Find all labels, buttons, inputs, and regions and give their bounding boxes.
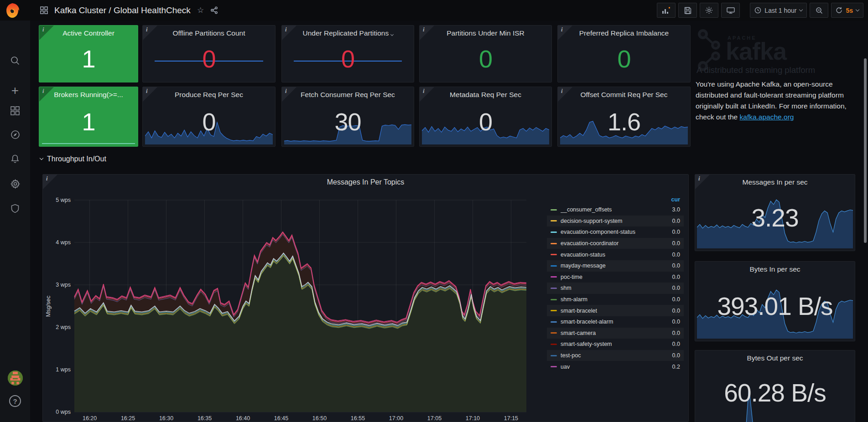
series-label[interactable]: test-poc (561, 352, 669, 359)
axis-tick-label: 16:35 (198, 415, 212, 422)
series-label[interactable]: mayday-message (561, 262, 669, 269)
panel-title[interactable]: Offline Partitions Count (156, 29, 262, 37)
series-current-value: 0.0 (672, 341, 680, 347)
search-icon[interactable] (0, 56, 30, 66)
stat-value: 3.23 (695, 187, 855, 248)
panel-info-corner[interactable] (39, 87, 54, 102)
legend-item[interactable]: poc-time0.0 (547, 272, 684, 283)
panel-menu-chevron-icon[interactable] (390, 33, 393, 36)
scrollbar-thumb[interactable] (864, 58, 867, 243)
stat-value: 0 (558, 38, 690, 79)
series-label[interactable]: smart-bracelet-alarm (561, 319, 669, 325)
panel-title[interactable]: Bytes In per sec (708, 265, 842, 273)
dashboard-grid-icon[interactable] (40, 6, 48, 14)
series-label[interactable]: evacuation-component-status (561, 229, 669, 235)
series-label[interactable]: __consumer_offsets (561, 206, 669, 213)
legend-item[interactable]: smart-bracelet0.0 (547, 305, 684, 316)
refresh-button[interactable]: 5s (831, 3, 863, 18)
panel-info-corner[interactable] (558, 26, 572, 40)
series-label[interactable]: shm (561, 285, 669, 291)
series-label[interactable]: decision-support-system (561, 218, 669, 224)
series-label[interactable]: smart-camera (561, 330, 669, 336)
stat-panel-metadata-req: i Metadata Req Per Sec 0 (419, 87, 552, 147)
alerting-bell-icon[interactable] (0, 154, 30, 164)
create-plus-icon[interactable]: + (0, 83, 30, 98)
kafka-link[interactable]: kafka.apache.org (740, 113, 794, 121)
legend-item[interactable]: __consumer_offsets3.0 (547, 204, 684, 216)
grafana-logo[interactable] (4, 2, 21, 19)
panel-title[interactable]: Metadata Req Per Sec (432, 91, 539, 99)
share-icon[interactable] (210, 6, 218, 14)
axis-tick-label: 16:25 (121, 415, 135, 422)
legend-item[interactable]: smart-bracelet-alarm0.0 (547, 316, 684, 328)
series-label[interactable]: evacuation-coordinator (561, 240, 669, 247)
panel-title[interactable]: Brokers Running(>=... (46, 91, 131, 99)
axis-tick-label: 16:30 (159, 415, 173, 422)
series-label[interactable]: evacuation-status (561, 252, 669, 258)
series-label[interactable]: poc-time (561, 274, 669, 280)
series-color-dash (551, 220, 557, 221)
panel-title[interactable]: Fetch Consumer Req Per Sec (295, 91, 401, 99)
panel-title[interactable]: Offset Commit Req Per Sec (571, 91, 677, 99)
series-current-value: 0.0 (672, 352, 680, 359)
legend-header-cur[interactable]: cur (547, 196, 684, 204)
series-label[interactable]: shm-alarm (561, 296, 669, 303)
legend-item[interactable]: shm-alarm0.0 (547, 294, 684, 305)
legend-item[interactable]: shm0.0 (547, 283, 684, 294)
legend-item[interactable]: decision-support-system0.0 (547, 216, 684, 227)
panel-title[interactable]: Preferred Replica Imbalance (571, 29, 677, 37)
legend-item[interactable]: evacuation-status0.0 (547, 249, 684, 260)
panel-title[interactable]: Messages In per sec (708, 178, 842, 186)
panel-title[interactable]: Under Replicated Partitions (295, 29, 401, 37)
panel-title[interactable]: Bytes Out per sec (708, 354, 842, 362)
add-panel-button[interactable] (657, 3, 676, 18)
time-range-picker[interactable]: Last 1 hour (750, 3, 807, 18)
legend-item[interactable]: uav0.2 (547, 361, 684, 372)
dashboard-settings-button[interactable] (700, 3, 718, 18)
zoom-out-time-button[interactable] (810, 3, 828, 18)
series-current-value: 0.0 (672, 319, 680, 325)
star-icon[interactable]: ☆ (197, 5, 204, 15)
explore-compass-icon[interactable] (0, 130, 30, 139)
refresh-interval-label[interactable]: 5s (846, 7, 853, 14)
legend-item[interactable]: smart-camera0.0 (547, 328, 684, 339)
legend-item[interactable]: test-poc0.0 (547, 350, 684, 361)
panel-info-corner[interactable] (282, 87, 296, 102)
configuration-gear-icon[interactable] (0, 179, 30, 189)
panel-info-corner[interactable] (43, 175, 57, 189)
panel-info-corner[interactable] (420, 26, 434, 40)
panel-info-corner[interactable] (143, 26, 157, 40)
save-dashboard-button[interactable] (678, 3, 697, 18)
stat-value: 0 (420, 100, 551, 144)
panel-title[interactable]: Produce Req Per Sec (156, 91, 262, 99)
legend-item[interactable]: evacuation-component-status0.0 (547, 226, 684, 238)
dashboard-title[interactable]: Kafka Cluster / Global HealthCheck (54, 5, 191, 15)
panel-info-corner[interactable] (282, 26, 296, 40)
dashboards-icon[interactable] (0, 106, 30, 115)
cycle-view-mode-button[interactable] (721, 3, 740, 18)
user-avatar[interactable] (0, 371, 30, 386)
stat-panel-produce-req: i Produce Req Per Sec 0 (142, 87, 275, 147)
series-current-value: 0.0 (672, 218, 680, 224)
panel-info-corner[interactable] (695, 175, 710, 189)
legend-item[interactable]: smart-safety-system0.0 (547, 339, 684, 350)
series-label[interactable]: uav (561, 364, 669, 370)
bytes-in-per-sec-panel: Bytes In per sec 393.01 B/s (695, 261, 855, 341)
panel-info-corner[interactable] (420, 87, 434, 102)
panel-info-corner[interactable] (143, 87, 157, 102)
help-icon[interactable]: ? (0, 395, 30, 407)
server-admin-shield-icon[interactable] (0, 204, 30, 213)
series-label[interactable]: smart-bracelet (561, 308, 669, 314)
panel-title[interactable]: Partitions Under Min ISR (432, 29, 539, 37)
panel-title[interactable]: Active Controller (52, 29, 125, 37)
row-collapse-chevron-icon (40, 156, 43, 160)
panel-info-corner[interactable] (558, 87, 572, 102)
panel-title[interactable]: Messages In Per Topics (56, 178, 676, 186)
legend-item[interactable]: mayday-message0.0 (547, 260, 684, 272)
series-label[interactable]: smart-safety-system (561, 341, 669, 347)
series-color-dash (551, 232, 557, 233)
legend-item[interactable]: evacuation-coordinator0.0 (547, 238, 684, 249)
row-throughput-header[interactable]: Throughput In/Out (40, 155, 106, 163)
time-range-label: Last 1 hour (764, 7, 796, 14)
panel-info-corner[interactable] (39, 26, 54, 40)
